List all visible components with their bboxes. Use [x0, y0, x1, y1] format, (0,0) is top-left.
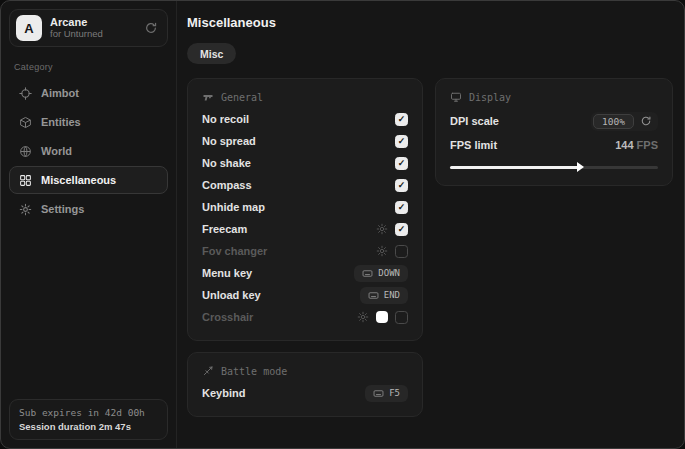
- fov-changer-checkbox[interactable]: ✓: [395, 245, 408, 258]
- setting-row-compass: Compass ✓: [202, 174, 408, 196]
- brand-card: A Arcane for Unturned: [9, 9, 168, 47]
- dpi-reset-icon[interactable]: [640, 115, 652, 127]
- gear-icon: [19, 203, 32, 216]
- cube-icon: [19, 116, 32, 129]
- setting-row-unload-key: Unload key END: [202, 284, 408, 306]
- keyboard-icon: [368, 290, 379, 301]
- setting-row-keybind: Keybind F5: [202, 382, 408, 404]
- setting-label: Unhide map: [202, 201, 265, 213]
- app-window: A Arcane for Unturned Category Aimbot: [0, 0, 685, 449]
- setting-label: Crosshair: [202, 311, 253, 323]
- brand-name: Arcane: [50, 16, 103, 29]
- sidebar-item-label: Aimbot: [41, 87, 79, 99]
- sidebar-item-settings[interactable]: Settings: [9, 195, 168, 223]
- main-panel: Miscellaneous Misc General No rec: [177, 1, 685, 448]
- app-logo: A: [16, 15, 42, 41]
- refresh-icon[interactable]: [144, 21, 158, 35]
- sidebar-item-label: Settings: [41, 203, 84, 215]
- sidebar-item-label: Entities: [41, 116, 81, 128]
- sidebar-item-miscellaneous[interactable]: Miscellaneous: [9, 166, 168, 194]
- setting-label: Compass: [202, 179, 252, 191]
- dpi-scale-control[interactable]: 100%: [591, 112, 658, 131]
- brand-subtitle: for Unturned: [50, 29, 103, 40]
- sub-expiry-text: Sub expires in 42d 00h: [19, 407, 158, 418]
- unload-key-binding[interactable]: END: [360, 287, 408, 304]
- globe-icon: [19, 145, 32, 158]
- setting-label: DPI scale: [450, 115, 499, 127]
- slider-thumb[interactable]: [577, 162, 584, 172]
- setting-label: Keybind: [202, 387, 245, 399]
- sidebar: A Arcane for Unturned Category Aimbot: [1, 1, 177, 448]
- section-title: Battle mode: [221, 366, 287, 377]
- setting-row-fov-changer: Fov changer ✓: [202, 240, 408, 262]
- session-duration-text: Session duration 2m 47s: [19, 421, 158, 432]
- no-recoil-checkbox[interactable]: ✓: [395, 113, 408, 126]
- setting-label: Menu key: [202, 267, 252, 279]
- sidebar-item-label: World: [41, 145, 72, 157]
- subscription-info: Sub expires in 42d 00h Session duration …: [9, 399, 168, 440]
- no-spread-checkbox[interactable]: ✓: [395, 135, 408, 148]
- tab-misc[interactable]: Misc: [187, 43, 236, 64]
- compass-checkbox[interactable]: ✓: [395, 179, 408, 192]
- sidebar-item-aimbot[interactable]: Aimbot: [9, 79, 168, 107]
- setting-row-menu-key: Menu key DOWN: [202, 262, 408, 284]
- fps-unit: FPS: [637, 139, 658, 151]
- freecam-checkbox[interactable]: ✓: [395, 223, 408, 236]
- setting-row-dpi-scale: DPI scale 100%: [450, 108, 658, 134]
- key-value: END: [384, 290, 400, 300]
- sidebar-item-world[interactable]: World: [9, 137, 168, 165]
- setting-label: Unload key: [202, 289, 261, 301]
- sidebar-item-entities[interactable]: Entities: [9, 108, 168, 136]
- battle-mode-icon: [202, 365, 214, 377]
- section-title: Display: [469, 92, 511, 103]
- battle-keybind-binding[interactable]: F5: [365, 385, 408, 402]
- crosshair-checkbox[interactable]: ✓: [395, 311, 408, 324]
- dpi-value: 100%: [593, 114, 634, 129]
- sidebar-item-label: Miscellaneous: [41, 174, 116, 186]
- display-card: Display DPI scale 100%: [435, 78, 673, 186]
- general-card: General No recoil ✓ No spread ✓ No shake…: [187, 78, 423, 341]
- crosshair-settings-gear-icon[interactable]: [357, 311, 369, 323]
- setting-row-crosshair: Crosshair ✓: [202, 306, 408, 328]
- fps-slider[interactable]: [450, 161, 658, 173]
- key-value: F5: [389, 388, 400, 398]
- menu-key-binding[interactable]: DOWN: [354, 265, 408, 282]
- setting-row-no-spread: No spread ✓: [202, 130, 408, 152]
- setting-row-fps-limit: FPS limit 144 FPS: [450, 134, 658, 156]
- fov-settings-gear-icon[interactable]: [376, 245, 388, 257]
- setting-row-no-shake: No shake ✓: [202, 152, 408, 174]
- general-icon: [202, 91, 214, 103]
- setting-row-no-recoil: No recoil ✓: [202, 108, 408, 130]
- keyboard-icon: [373, 388, 384, 399]
- battle-mode-card: Battle mode Keybind F5: [187, 352, 423, 417]
- setting-row-freecam: Freecam ✓: [202, 218, 408, 240]
- setting-label: No recoil: [202, 113, 249, 125]
- monitor-icon: [450, 91, 462, 103]
- no-shake-checkbox[interactable]: ✓: [395, 157, 408, 170]
- section-title: General: [221, 92, 263, 103]
- crosshair-color-swatch[interactable]: [376, 311, 388, 323]
- setting-label: FPS limit: [450, 139, 497, 151]
- unhide-map-checkbox[interactable]: ✓: [395, 201, 408, 214]
- setting-label: No shake: [202, 157, 251, 169]
- setting-label: Fov changer: [202, 245, 267, 257]
- freecam-settings-gear-icon[interactable]: [376, 223, 388, 235]
- setting-row-unhide-map: Unhide map ✓: [202, 196, 408, 218]
- crosshair-icon: [19, 87, 32, 100]
- setting-label: Freecam: [202, 223, 247, 235]
- key-value: DOWN: [378, 268, 400, 278]
- category-label: Category: [14, 62, 168, 72]
- slider-fill: [450, 166, 579, 169]
- keyboard-icon: [362, 268, 373, 279]
- page-title: Miscellaneous: [187, 15, 673, 30]
- fps-value: 144: [615, 139, 633, 151]
- setting-label: No spread: [202, 135, 256, 147]
- grid-icon: [19, 174, 32, 187]
